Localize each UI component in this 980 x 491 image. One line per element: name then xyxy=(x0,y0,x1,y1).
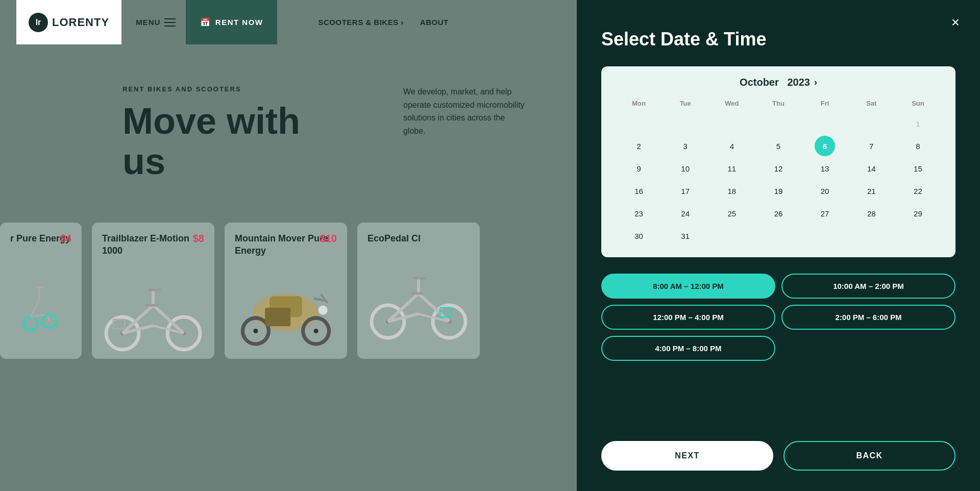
cal-day-26[interactable]: 26 xyxy=(768,203,789,224)
calendar-next-button[interactable]: › xyxy=(814,77,817,88)
time-slot-0[interactable]: 8:00 AM – 12:00 PM xyxy=(601,274,775,299)
cal-day-28[interactable]: 28 xyxy=(861,203,881,224)
time-slot-1[interactable]: 10:00 AM – 2:00 PM xyxy=(781,274,955,299)
product-card-1[interactable]: Trailblazer E-Motion 1000 $8 xyxy=(92,223,214,359)
product-image-2 xyxy=(235,257,337,359)
svg-point-23 xyxy=(253,329,258,333)
cal-day-empty-4 xyxy=(768,113,789,134)
dow-sun: Sun xyxy=(895,96,941,112)
cal-day-30[interactable]: 30 xyxy=(629,226,649,246)
rent-now-button[interactable]: 📅 RENT NOW xyxy=(186,0,277,44)
cal-day-25[interactable]: 25 xyxy=(722,203,742,224)
nav-about[interactable]: ABOUT xyxy=(420,18,449,27)
next-button[interactable]: NEXT xyxy=(601,441,773,471)
cal-day-empty-5 xyxy=(815,113,835,134)
cal-day-14[interactable]: 14 xyxy=(861,158,881,179)
product-price-2: $10 xyxy=(320,233,337,244)
cal-day-empty-r6-1 xyxy=(722,226,742,246)
dow-sat: Sat xyxy=(848,96,895,112)
product-name-1: Trailblazer E-Motion 1000 xyxy=(102,233,189,255)
dow-tue: Tue xyxy=(662,96,708,112)
cal-day-19[interactable]: 19 xyxy=(768,181,789,201)
cal-day-23[interactable]: 23 xyxy=(629,203,649,224)
product-name-2: Mountain Mover Pure Energy xyxy=(235,233,328,255)
cal-day-empty-r6-4 xyxy=(861,226,881,246)
cal-day-15[interactable]: 15 xyxy=(908,158,928,179)
main-background: lr LORENTY MENU 📅 RENT NOW SCOOTERS & BI… xyxy=(0,0,577,491)
dow-wed: Wed xyxy=(708,96,755,112)
product-card-2[interactable]: Mountain Mover Pure Energy $10 xyxy=(225,223,347,359)
cal-day-empty-3 xyxy=(722,113,742,134)
svg-point-25 xyxy=(318,306,328,315)
cal-day-empty-r6-5 xyxy=(908,226,928,246)
svg-rect-26 xyxy=(265,308,290,326)
product-image-3 xyxy=(368,245,470,347)
cal-day-1[interactable]: 1 xyxy=(908,113,928,134)
time-slot-2[interactable]: 12:00 PM – 4:00 PM xyxy=(601,305,775,330)
cal-day-17[interactable]: 17 xyxy=(675,181,696,201)
svg-rect-18 xyxy=(113,320,125,329)
cal-day-29[interactable]: 29 xyxy=(908,203,928,224)
panel-title: Select Date & Time xyxy=(601,29,955,50)
product-price-1: $8 xyxy=(193,233,204,244)
panel-buttons: NEXT BACK xyxy=(601,441,955,471)
cal-day-7[interactable]: 7 xyxy=(861,136,881,156)
cal-day-21[interactable]: 21 xyxy=(861,181,881,201)
product-image-1 xyxy=(102,257,204,359)
date-time-panel: × Select Date & Time October 2023 › Mon … xyxy=(577,0,980,491)
cal-day-31[interactable]: 31 xyxy=(675,226,696,246)
cal-day-empty-r6-2 xyxy=(768,226,789,246)
svg-line-1 xyxy=(31,301,39,316)
product-card-0[interactable]: r Pure Energy $4 xyxy=(0,223,82,359)
cal-day-4[interactable]: 4 xyxy=(722,136,742,156)
cal-day-18[interactable]: 18 xyxy=(722,181,742,201)
cal-day-6[interactable]: 6 xyxy=(815,136,835,156)
svg-point-0 xyxy=(24,316,38,330)
cal-day-empty-1 xyxy=(629,113,649,134)
cal-day-10[interactable]: 10 xyxy=(675,158,696,179)
logo-letters: lr xyxy=(36,18,41,27)
hero-section: RENT BIKES AND SCOOTERS Move with us We … xyxy=(0,44,577,212)
cal-day-8[interactable]: 8 xyxy=(908,136,928,156)
logo-icon: lr xyxy=(29,13,48,32)
cal-day-empty-r6-3 xyxy=(815,226,835,246)
product-card-3[interactable]: EcoPedal Cl xyxy=(357,223,480,359)
cal-day-12[interactable]: 12 xyxy=(768,158,789,179)
menu-button[interactable]: MENU xyxy=(126,0,186,44)
cal-day-3[interactable]: 3 xyxy=(675,136,696,156)
time-slots-grid: 8:00 AM – 12:00 PM 10:00 AM – 2:00 PM 12… xyxy=(601,274,955,361)
nav-scooters-bikes[interactable]: SCOOTERS & BIKES › xyxy=(318,18,403,27)
cal-day-2[interactable]: 2 xyxy=(629,136,649,156)
cal-day-5[interactable]: 5 xyxy=(768,136,789,156)
cal-day-20[interactable]: 20 xyxy=(815,181,835,201)
cal-day-16[interactable]: 16 xyxy=(629,181,649,201)
hamburger-icon xyxy=(164,18,176,27)
product-name-3: EcoPedal Cl xyxy=(368,233,421,243)
logo-area: lr LORENTY xyxy=(16,0,121,44)
product-image-0 xyxy=(10,245,71,347)
calendar-grid: Mon Tue Wed Thu Fri Sat Sun 1 2 3 4 5 6 … xyxy=(616,96,941,247)
dow-mon: Mon xyxy=(616,96,662,112)
navbar: lr LORENTY MENU 📅 RENT NOW SCOOTERS & BI… xyxy=(0,0,577,44)
back-button[interactable]: BACK xyxy=(783,441,955,471)
product-price-0: $4 xyxy=(60,233,71,244)
menu-label: MENU xyxy=(136,18,160,27)
cal-day-22[interactable]: 22 xyxy=(908,181,928,201)
hero-title: Move with us xyxy=(122,101,337,182)
calendar: October 2023 › Mon Tue Wed Thu Fri Sat S… xyxy=(601,66,955,257)
cal-day-11[interactable]: 11 xyxy=(722,158,742,179)
cal-day-27[interactable]: 27 xyxy=(815,203,835,224)
calendar-month-year: October 2023 xyxy=(740,77,810,88)
cal-day-24[interactable]: 24 xyxy=(675,203,696,224)
svg-point-24 xyxy=(314,329,318,333)
cal-day-empty-2 xyxy=(675,113,696,134)
cal-day-13[interactable]: 13 xyxy=(815,158,835,179)
time-slot-4[interactable]: 4:00 PM – 8:00 PM xyxy=(601,336,775,361)
cal-day-empty-6 xyxy=(861,113,881,134)
close-button[interactable]: × xyxy=(951,14,960,31)
time-slot-3[interactable]: 2:00 PM – 6:00 PM xyxy=(781,305,955,330)
cal-day-9[interactable]: 9 xyxy=(629,158,649,179)
products-strip: r Pure Energy $4 Trailblazer E-Motion 10… xyxy=(0,223,577,359)
nav-links: SCOOTERS & BIKES › ABOUT xyxy=(318,18,448,27)
calendar-header: October 2023 › xyxy=(616,77,941,88)
